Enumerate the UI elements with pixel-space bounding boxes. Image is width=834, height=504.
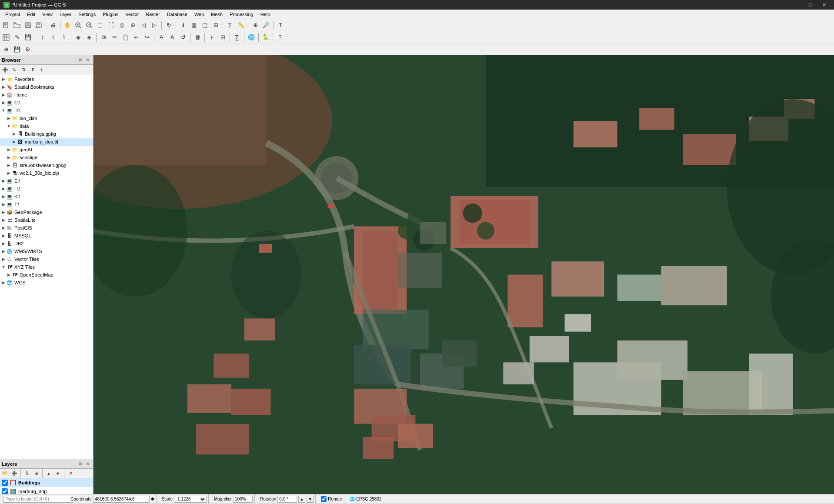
python-console-button[interactable]: 🐍 — [260, 32, 271, 43]
diagram-button[interactable]: A — [167, 32, 177, 43]
help-button[interactable]: ? — [275, 32, 285, 43]
render-checkbox[interactable] — [321, 496, 327, 502]
layers-open-button[interactable]: 📂 — [1, 469, 10, 478]
refresh-button[interactable]: ↻ — [163, 20, 174, 30]
locate-input[interactable] — [3, 496, 73, 503]
redo-edit-button[interactable]: ↪ — [142, 32, 152, 43]
identify-button[interactable]: ℹ — [178, 20, 188, 30]
browser-tree-item-geopackage[interactable]: ▶📦GeoPackage — [0, 208, 93, 216]
close-button[interactable]: ✕ — [817, 1, 831, 9]
menu-plugins[interactable]: Plugins — [99, 11, 122, 18]
menu-layer[interactable]: Layer — [56, 11, 75, 18]
layer-checkbox-buildings[interactable] — [2, 480, 8, 486]
browser-tree-item-spatialite[interactable]: ▶🗃SpatiaLite — [0, 216, 93, 224]
zoom-out-button[interactable] — [84, 20, 94, 30]
osm-button[interactable]: 🌐 — [246, 32, 257, 43]
layers-float-button[interactable]: ⧉ — [77, 461, 83, 467]
current-layer-edit-button[interactable] — [1, 32, 11, 43]
deselect-button[interactable]: ▢ — [200, 20, 210, 30]
layers-add-button[interactable]: ➕ — [10, 469, 19, 478]
layer-item-buildings[interactable]: Buildings — [0, 478, 93, 487]
print-button[interactable]: 🖨 — [48, 20, 58, 30]
browser-tree-item-mssql[interactable]: ▶🗄MSSQL — [0, 232, 93, 240]
menu-view[interactable]: View — [39, 11, 56, 18]
save-as-button[interactable]: AS — [33, 20, 44, 30]
digitize-button[interactable]: ⌇ — [37, 32, 47, 43]
zoom-in-button[interactable] — [73, 20, 83, 30]
digitize3-button[interactable]: ⌇ — [59, 32, 69, 43]
layers-filter-button[interactable]: ⇅ — [23, 469, 31, 478]
label-tool-button[interactable]: A — [156, 32, 167, 43]
layers-remove-button[interactable]: ✕ — [66, 469, 75, 478]
browser-tree-item-wms-wmts[interactable]: ▶🌐WMS/WMTS — [0, 247, 93, 255]
merge-features-button[interactable]: ⊞ — [217, 32, 228, 43]
browser-tree-item-xyz-tiles[interactable]: ▼🗺XYZ Tiles — [0, 263, 93, 271]
node-tool2-button[interactable]: ◈ — [84, 32, 94, 43]
field-calculator-button[interactable]: ∑ — [232, 32, 242, 43]
layers-close-button[interactable]: ✕ — [84, 461, 91, 467]
layer-item-marburg[interactable]: marburg_dop — [0, 487, 93, 494]
browser-float-button[interactable]: ⧉ — [77, 57, 83, 63]
zoom-box-button[interactable]: ⬚ — [95, 20, 105, 30]
browser-tree-item-wcs[interactable]: ▶🌐WCS — [0, 279, 93, 287]
browser-tree-item-streuobstwiesen[interactable]: ▶🗄streuobstwiesen.gpkg — [0, 161, 93, 169]
zoom-selection-button[interactable]: ⊕ — [127, 20, 138, 30]
digitize2-button[interactable]: ⌇ — [48, 32, 58, 43]
text-annotation-button[interactable]: T — [275, 20, 286, 30]
browser-close-button[interactable]: ✕ — [84, 57, 91, 63]
browser-tree-item-buildings-gpkg[interactable]: ▶🗄Buildings.gpkg — [0, 130, 93, 138]
browser-tree-item-favorites[interactable]: ▶⭐Favorites — [0, 75, 93, 83]
minimize-button[interactable]: ─ — [790, 1, 803, 9]
locator-button[interactable]: ⊕ — [250, 20, 260, 30]
menu-web[interactable]: Web — [191, 11, 207, 18]
pan-button[interactable]: ✋ — [62, 20, 73, 30]
browser-refresh-button[interactable]: ↻ — [10, 66, 19, 74]
zoom-full-button[interactable]: ⛶ — [106, 20, 116, 30]
browser-tree-item-d-drive[interactable]: ▼💻D:\ — [0, 107, 93, 114]
browser-tree-item-home[interactable]: ▶🏠Home — [0, 91, 93, 99]
rotation-up-button[interactable]: ▲ — [298, 496, 305, 503]
map-area[interactable] — [93, 55, 834, 494]
browser-tree-item-marburg-dop[interactable]: ▶🖼marburg_dop.tif — [0, 138, 93, 146]
cut-features-button[interactable]: ✂ — [109, 32, 120, 43]
delete-selected-button[interactable]: 🗑 — [192, 32, 203, 43]
select-features-button[interactable]: ▦ — [189, 20, 199, 30]
snap-settings-button[interactable]: ⚙ — [23, 44, 33, 54]
node-tool-button[interactable]: ◈ — [73, 32, 83, 43]
browser-tree-item-postgis[interactable]: ▶🐘PostGIS — [0, 224, 93, 232]
copy-features-button[interactable]: ⧉ — [98, 32, 109, 43]
rotation-down-button[interactable]: ▼ — [307, 496, 314, 503]
browser-tree-item-c-drive[interactable]: ▶💻C:\ — [0, 99, 93, 107]
browser-collapse-button[interactable]: ⬆ — [28, 66, 37, 74]
layers-move-down-button[interactable]: ▼ — [53, 469, 62, 478]
toggle-edit-button[interactable]: ✎ — [12, 32, 22, 43]
layer-checkbox-marburg[interactable] — [2, 488, 8, 494]
menu-help[interactable]: Help — [257, 11, 274, 18]
browser-info-button[interactable]: ℹ — [37, 66, 46, 74]
browser-tree-item-data[interactable]: ▼📁data — [0, 122, 93, 130]
rotation-input[interactable] — [277, 496, 297, 503]
snap-new-button[interactable]: ⊕ — [1, 44, 11, 54]
browser-tree-item-h-drive[interactable]: ▶💻H:\ — [0, 185, 93, 193]
layers-move-up-button[interactable]: ▲ — [44, 469, 53, 478]
menu-edit[interactable]: Edit — [23, 11, 39, 18]
browser-tree-item-geoai[interactable]: ▶📁geoAI — [0, 146, 93, 154]
browser-tree-item-e-drive[interactable]: ▶💻E:\ — [0, 177, 93, 185]
snap-save-button[interactable]: 💾 — [12, 44, 22, 54]
open-project-button[interactable] — [12, 20, 22, 30]
browser-tree-item-sonstige[interactable]: ▶📁sonstige — [0, 154, 93, 161]
browser-tree-item-bio-clim[interactable]: ▶📁bio_clim — [0, 114, 93, 122]
search-button[interactable]: 🔎 — [261, 20, 271, 30]
browser-tree-item-db2[interactable]: ▶🗄DB2 — [0, 240, 93, 247]
browser-filter-button[interactable]: ⇅ — [19, 66, 28, 74]
browser-tree-item-openstreetmap[interactable]: ▶🗺OpenStreetMap — [0, 271, 93, 279]
browser-tree-item-t-drive[interactable]: ▶💻T:\ — [0, 200, 93, 208]
statistics-button[interactable]: ∑ — [225, 20, 235, 30]
prev-extent-button[interactable]: ◁ — [138, 20, 149, 30]
menu-processing[interactable]: Processing — [226, 11, 257, 18]
undo-edit-button[interactable]: ↩ — [131, 32, 141, 43]
new-project-button[interactable] — [1, 20, 11, 30]
browser-add-button[interactable]: ➕ — [1, 66, 10, 74]
browser-tree-item-k-drive[interactable]: ▶💻K:\ — [0, 193, 93, 200]
browser-tree-item-vector-tiles[interactable]: ▶⬡Vector Tiles — [0, 255, 93, 263]
